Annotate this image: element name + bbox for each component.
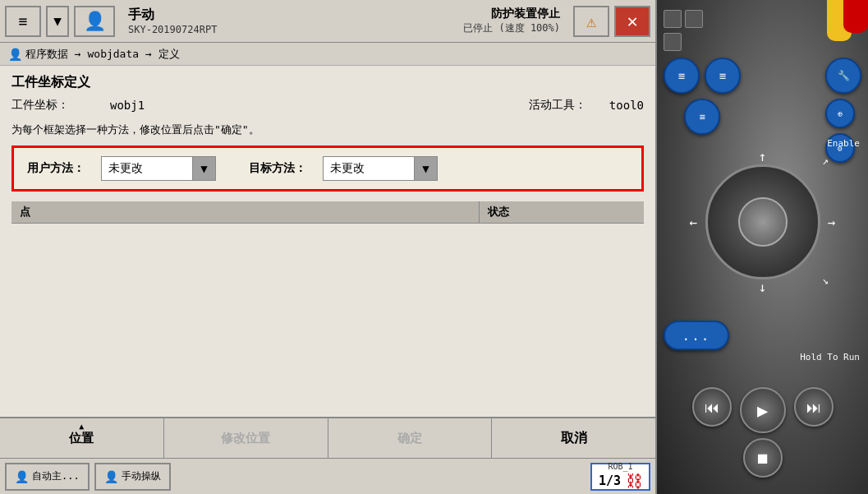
method-selection-box: 用户方法： 未更改 ▼ 目标方法： 未更改 ▼ <box>11 145 644 192</box>
tool-value: tool0 <box>609 99 644 112</box>
dots-icon: ... <box>682 328 711 344</box>
data-table: 点 状态 <box>11 201 644 409</box>
top-bar: ≡ ▼ 👤 手动 SKY-20190724RPT 防护装置停止 已停止 (速度 … <box>0 0 655 43</box>
tool-label: 活动工具： <box>529 98 586 113</box>
close-icon: ✕ <box>627 11 637 31</box>
enable-label: Enable <box>827 138 860 149</box>
joystick-inner <box>738 197 788 247</box>
skip-forward-icon: ⏭ <box>806 399 821 416</box>
status-right-info: ROB_1 1/3 ⛓ <box>590 463 650 491</box>
breadcrumb-icon: 👤 <box>8 48 22 61</box>
blue-btn-right-1[interactable]: 🔧 <box>825 58 861 94</box>
ctrl-small-btn-1[interactable] <box>664 10 682 28</box>
dots-button[interactable]: ... <box>664 321 729 350</box>
user-method-arrow[interactable]: ▼ <box>192 157 215 180</box>
rob-info-box: ROB_1 1/3 ⛓ <box>590 463 650 491</box>
ctrl-small-btn-2[interactable] <box>685 10 703 28</box>
manual-control-button[interactable]: 👤 手动操纵 <box>94 463 171 491</box>
joy-upright-arrow: ↑ <box>820 155 833 168</box>
blue-btn-right-1-icon: 🔧 <box>838 70 850 81</box>
breadcrumb: 👤 程序数据 → wobjdata → 定义 <box>0 43 655 66</box>
info-button[interactable]: 👤 <box>74 6 115 37</box>
stop-button[interactable]: ⏹ <box>743 438 783 478</box>
page-title: 工件坐标定义 <box>11 74 644 91</box>
joy-down-arrow: ↓ <box>759 279 767 295</box>
user-method-dropdown[interactable]: 未更改 ▼ <box>101 156 216 181</box>
rob-link-icon: ⛓ <box>626 471 642 491</box>
joystick[interactable]: ↑ ↓ ← → ↑ ↑ <box>705 164 820 279</box>
skip-forward-button[interactable]: ⏭ <box>794 387 834 427</box>
col-status: 状态 <box>480 201 644 223</box>
auto-label: 自动主... <box>32 469 80 483</box>
blue-btn-3[interactable]: ≡ <box>684 99 720 135</box>
joy-up-arrow: ↑ <box>759 149 767 164</box>
person-icon: 👤 <box>84 11 106 31</box>
table-header: 点 状态 <box>11 201 644 224</box>
wobj-value: wobj1 <box>110 99 145 112</box>
controller-background: ≡ ≡ ≡ 🔧 ⊕ ⚙ <box>657 0 868 494</box>
auto-icon: 👤 <box>15 470 29 483</box>
manual-label: 手动操纵 <box>122 469 161 483</box>
status-center: 手动 SKY-20190724RPT <box>120 5 450 37</box>
user-method-value: 未更改 <box>102 161 192 176</box>
hold-to-run-label: Hold To Run <box>800 352 860 362</box>
red-block <box>843 0 868 33</box>
info-row: 工件坐标： wobj1 活动工具： tool0 <box>11 98 644 113</box>
ctrl-small-btn-3[interactable] <box>664 33 682 51</box>
target-method-arrow[interactable]: ▼ <box>414 157 437 180</box>
skip-back-button[interactable]: ⏮ <box>692 387 732 427</box>
close-button[interactable]: ✕ <box>614 6 650 37</box>
position-label: 位置 <box>69 431 94 446</box>
bottom-bar: ▲ 位置 修改位置 确定 取消 <box>0 417 655 458</box>
target-method-value: 未更改 <box>324 161 414 176</box>
breadcrumb-path: 程序数据 → wobjdata → 定义 <box>25 47 180 62</box>
target-method-dropdown[interactable]: 未更改 ▼ <box>323 156 438 181</box>
hint-text: 为每个框架选择一种方法，修改位置后点击"确定"。 <box>11 122 644 137</box>
joy-left-arrow: ← <box>690 215 698 230</box>
skip-back-icon: ⏮ <box>705 399 719 416</box>
rob-label: ROB_1 <box>608 462 632 471</box>
confirm-label: 确定 <box>397 431 422 446</box>
table-body <box>11 224 644 409</box>
chevron-down-icon: ▼ <box>53 13 62 29</box>
alert-button[interactable]: ⚠ <box>573 6 609 37</box>
blue-btn-2-icon: ≡ <box>719 69 726 82</box>
blue-btn-right-2[interactable]: ⊕ <box>825 99 855 128</box>
wobj-label: 工件坐标： <box>11 98 69 113</box>
col-point: 点 <box>11 201 480 223</box>
modify-position-button[interactable]: 修改位置 <box>164 418 328 458</box>
blue-btn-2[interactable]: ≡ <box>705 58 741 94</box>
manual-icon: 👤 <box>104 470 118 483</box>
blue-btn-1[interactable]: ≡ <box>664 58 700 94</box>
play-icon: ▶ <box>757 400 768 421</box>
protection-status: 防护装置停止 <box>491 7 560 21</box>
transport-controls: ⏮ ▶ ⏭ <box>664 387 861 433</box>
device-id: SKY-20190724RPT <box>128 24 442 35</box>
rob-fraction: 1/3 <box>599 473 621 488</box>
position-button[interactable]: ▲ 位置 <box>0 418 164 458</box>
user-method-label: 用户方法： <box>27 161 85 176</box>
blue-btn-right-2-icon: ⊕ <box>838 109 843 118</box>
mode-label: 手动 <box>128 7 442 24</box>
top-decoration <box>802 0 868 49</box>
speed-status: 已停止 (速度 100%) <box>463 21 560 35</box>
play-button[interactable]: ▶ <box>740 387 786 433</box>
cancel-button[interactable]: 取消 <box>492 418 655 458</box>
blue-btn-3-icon: ≡ <box>699 111 705 122</box>
controller-panel: ≡ ≡ ≡ 🔧 ⊕ ⚙ <box>657 0 868 494</box>
menu-icon: ≡ <box>19 12 28 30</box>
menu-button[interactable]: ≡ <box>5 6 41 37</box>
auto-main-button[interactable]: 👤 自动主... <box>5 463 90 491</box>
blue-btn-1-icon: ≡ <box>678 69 685 82</box>
confirm-button[interactable]: 确定 <box>328 418 493 458</box>
status-right: 防护装置停止 已停止 (速度 100%) <box>455 5 568 37</box>
modify-position-label: 修改位置 <box>221 431 270 446</box>
joy-right-arrow: → <box>828 215 836 230</box>
stop-icon: ⏹ <box>755 450 770 467</box>
content-area: 工件坐标定义 工件坐标： wobj1 活动工具： tool0 为每个框架选择一种… <box>0 66 655 417</box>
position-arrow-up: ▲ <box>79 422 84 431</box>
target-method-label: 目标方法： <box>249 161 306 176</box>
status-bar: 👤 自动主... 👤 手动操纵 ROB_1 1/3 ⛓ <box>0 458 655 494</box>
dropdown-button[interactable]: ▼ <box>46 6 69 37</box>
warning-icon: ⚠ <box>586 12 596 31</box>
